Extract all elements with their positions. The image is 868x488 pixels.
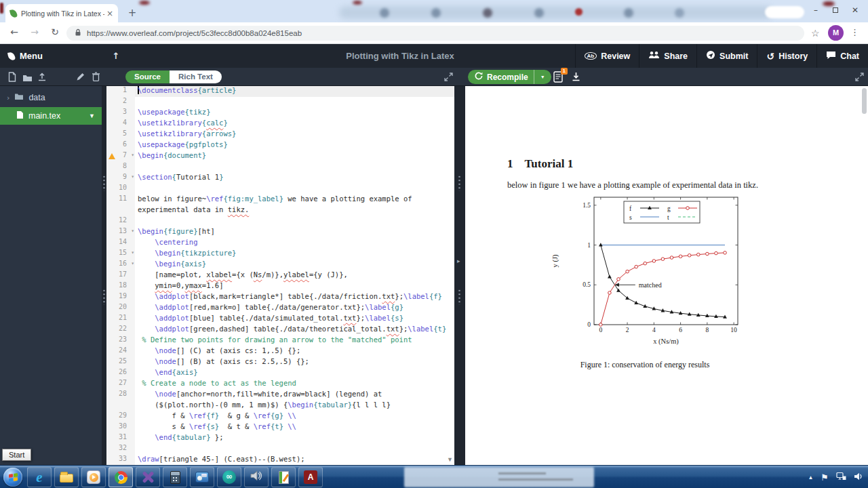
pane-divider-left[interactable] <box>102 86 106 465</box>
code-line[interactable]: \section{Tutorial 1} <box>135 173 454 184</box>
code-line[interactable]: ymin=0,ymax=1.6] <box>135 281 454 292</box>
code-line[interactable]: \begin{axis} <box>135 260 454 270</box>
fold-caret-icon[interactable]: ▾ <box>131 228 134 234</box>
recompile-button[interactable]: Recompile ▼ <box>468 70 551 84</box>
browser-menu-icon[interactable]: ⋮ <box>850 27 859 37</box>
code-line[interactable] <box>135 216 454 227</box>
reload-button[interactable]: ↻ <box>47 26 62 37</box>
code-lines[interactable]: 1\documentclass{article}23\usepackage{ti… <box>106 86 454 465</box>
address-bar[interactable]: https://www.overleaf.com/project/5c3fecc… <box>66 26 804 41</box>
code-line[interactable]: experimental data in tikz. <box>135 205 454 216</box>
code-line[interactable] <box>135 184 454 195</box>
share-button[interactable]: Share <box>639 44 696 68</box>
code-line[interactable]: [name=plot, xlabel={x (Ns/m)},ylabel={y … <box>135 270 454 281</box>
taskbar-item-calculator[interactable] <box>163 467 187 487</box>
new-folder-button[interactable] <box>22 73 33 85</box>
pdf-scrollbar-thumb[interactable] <box>862 88 867 114</box>
menu-button[interactable]: Menu <box>8 44 43 68</box>
code-line[interactable]: \usepackage{pgfplots} <box>135 140 454 151</box>
history-button[interactable]: ↺ History <box>757 44 816 68</box>
code-line[interactable]: f & \ref{f} & g & \ref{g} \\ <box>135 411 454 422</box>
tab-close-icon[interactable]: × <box>106 9 113 18</box>
action-center-flag-icon[interactable]: ⚑ <box>821 472 829 483</box>
file-menu-chevron-icon[interactable]: ▼ <box>89 113 95 119</box>
forward-button[interactable]: → <box>27 26 42 37</box>
code-line[interactable]: \centering <box>135 238 454 249</box>
taskbar-item-volume[interactable] <box>244 467 269 487</box>
taskbar-item-control-panel[interactable] <box>190 467 214 487</box>
taskbar-item-media-player[interactable] <box>81 467 106 487</box>
code-line[interactable] <box>135 97 454 108</box>
drag-handle-icon[interactable] <box>458 289 460 305</box>
fold-caret-icon[interactable]: ▾ <box>131 174 134 180</box>
recompile-dropdown-caret[interactable]: ▼ <box>534 70 551 84</box>
file-tree-folder-data[interactable]: › data <box>0 89 102 106</box>
drag-handle-icon[interactable] <box>103 175 105 191</box>
taskbar-item-visual-studio[interactable] <box>136 467 160 487</box>
taskbar-item-internet-explorer[interactable]: e <box>27 467 52 487</box>
code-line[interactable]: \addplot[blue] table{./data/simulated_to… <box>135 314 454 325</box>
taskbar-item-acrobat[interactable]: A <box>298 467 323 487</box>
code-line[interactable]: \usepackage{tikz} <box>135 108 454 119</box>
code-editor[interactable]: 1\documentclass{article}23\usepackage{ti… <box>106 86 454 465</box>
source-toggle[interactable]: Source <box>125 70 170 83</box>
rename-pencil-icon[interactable] <box>76 72 85 84</box>
code-line[interactable]: \usetikzlibrary{arrows} <box>135 129 454 140</box>
new-tab-button[interactable]: + <box>125 7 140 20</box>
fold-caret-icon[interactable]: ▾ <box>131 152 134 158</box>
code-line[interactable]: \addplot[red,mark=o] table{./data/genera… <box>135 303 454 314</box>
drag-handle-icon[interactable] <box>103 289 105 305</box>
taskbar-item-windows-explorer[interactable] <box>54 467 79 487</box>
fold-caret-icon[interactable]: ▾ <box>131 249 134 256</box>
code-line[interactable]: \begin{tikzpicture} <box>135 249 454 260</box>
start-button[interactable] <box>3 468 22 487</box>
code-line[interactable]: \documentclass{article} <box>135 86 454 97</box>
upload-button[interactable] <box>37 72 47 84</box>
code-line[interactable]: % Define two points for drawing an arrow… <box>135 336 454 346</box>
code-line[interactable]: \begin{document} <box>135 151 454 162</box>
code-line[interactable]: \end{tabular} }; <box>135 433 454 444</box>
back-to-projects-button[interactable]: ↑ <box>106 44 126 68</box>
window-maximize-button[interactable] <box>827 3 844 18</box>
code-line[interactable] <box>135 444 454 455</box>
bookmark-star-icon[interactable]: ☆ <box>811 28 820 39</box>
code-line[interactable]: \begin{figure}[ht] <box>135 227 454 238</box>
code-line[interactable]: \node[] (B) at (axis cs: 2.5,.5) {}; <box>135 357 454 368</box>
pdf-download-button[interactable] <box>572 72 580 84</box>
pdf-preview[interactable]: 1Tutorial 1 below in figure 1 we have a … <box>465 86 868 465</box>
fold-caret-icon[interactable]: ▾ <box>131 260 134 266</box>
network-icon[interactable] <box>836 471 846 483</box>
code-line[interactable]: \usetikzlibrary{calc} <box>135 119 454 129</box>
editor-scroll-down-icon[interactable]: ▼ <box>447 456 453 463</box>
code-line[interactable] <box>135 162 454 173</box>
pdf-expand-icon[interactable] <box>855 72 864 84</box>
code-line[interactable]: ($(plot.north)-(0 mm, 1 mm)$) {\begin{ta… <box>135 401 454 411</box>
taskbar-item-chrome[interactable] <box>108 467 133 487</box>
submit-button[interactable]: Submit <box>696 44 757 68</box>
code-line[interactable]: \addplot[green,dashed] table{./data/theo… <box>135 325 454 336</box>
tray-expand-caret-icon[interactable]: ▲ <box>808 474 813 481</box>
code-line[interactable]: \node[anchor=north,fill=white,draw=black… <box>135 390 454 401</box>
back-button[interactable]: ← <box>7 26 22 37</box>
code-line[interactable]: \draw[triangle 45-] (C.east)--(B.west); <box>135 455 454 465</box>
code-line[interactable]: \addplot[black,mark=triangle*] table{./d… <box>135 292 454 303</box>
code-line[interactable]: s & \ref{s} & t & \ref{t} \\ <box>135 422 454 433</box>
code-line[interactable]: below in figure~\ref{fig:my_label} we ha… <box>135 195 454 205</box>
volume-tray-icon[interactable] <box>854 471 863 483</box>
logs-button[interactable]: 1 <box>553 71 563 83</box>
code-line[interactable]: % Create a node to act as the legend <box>135 379 454 390</box>
editor-expand-icon[interactable] <box>444 72 453 84</box>
taskbar-item-arduino[interactable]: ∞ <box>217 467 241 487</box>
browser-tab[interactable]: Plotting with Tikz in Latex - Onlin × <box>5 4 118 22</box>
drag-handle-icon[interactable] <box>458 175 460 191</box>
new-file-button[interactable] <box>8 72 16 85</box>
recompile-main[interactable]: Recompile <box>468 72 534 82</box>
review-button[interactable]: Ab Review <box>575 44 639 68</box>
collapse-pane-chevron-icon[interactable]: ▸ <box>457 258 460 264</box>
code-line[interactable]: \end{axis} <box>135 368 454 379</box>
file-tree-item-maintex[interactable]: main.tex ▼ <box>0 107 102 125</box>
taskbar-item-journal[interactable] <box>271 467 296 487</box>
rich-text-toggle[interactable]: Rich Text <box>170 70 222 83</box>
code-line[interactable]: \node[] (C) at (axis cs: 1,.5) {}; <box>135 346 454 357</box>
profile-avatar[interactable]: M <box>828 25 844 41</box>
